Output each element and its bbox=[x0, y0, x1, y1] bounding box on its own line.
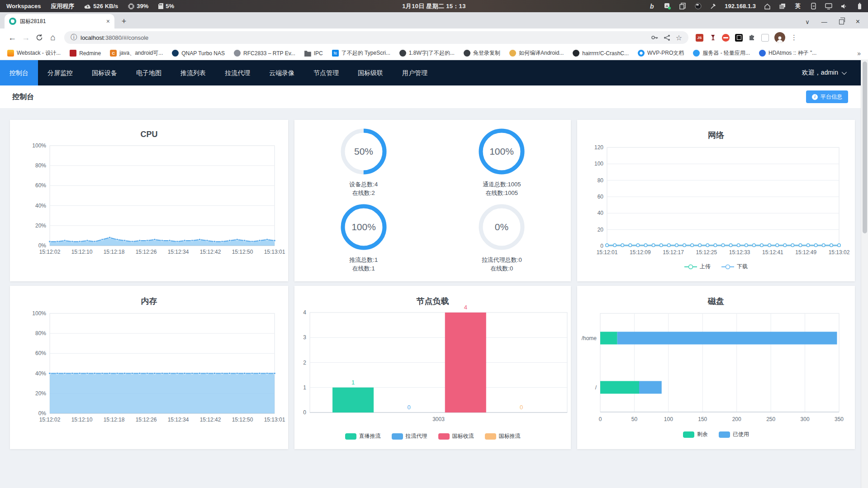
dark-sphere-icon[interactable] bbox=[694, 2, 702, 10]
clipboard-copy-icon[interactable] bbox=[678, 2, 687, 10]
zhihu-favicon-icon bbox=[332, 50, 339, 57]
svg-text:0: 0 bbox=[520, 404, 523, 411]
cpu-chart[interactable]: 0%20%40%60%80%100%15:12:0215:12:1015:12:… bbox=[10, 120, 288, 281]
legend-item[interactable]: 剩余 bbox=[683, 431, 708, 438]
nav-tab-2[interactable]: 分屏监控 bbox=[38, 60, 82, 85]
battery-icon[interactable] bbox=[855, 2, 863, 10]
browser-home-button[interactable]: ⌂ bbox=[46, 31, 60, 44]
nav-tab-9[interactable]: 国标级联 bbox=[348, 60, 393, 85]
svg-text:15:12:01: 15:12:01 bbox=[597, 249, 618, 256]
memory-chart[interactable]: 0%20%40%60%80%100%15:12:0215:12:1015:12:… bbox=[10, 286, 288, 449]
extension-wine-icon[interactable] bbox=[709, 34, 716, 42]
extension-blocker-icon[interactable] bbox=[722, 34, 730, 42]
legend-item[interactable]: 上传 bbox=[684, 263, 711, 270]
bookmark-wvp[interactable]: WVP-PRO文档 bbox=[638, 49, 684, 57]
nav-tab-1[interactable]: 控制台 bbox=[0, 60, 38, 85]
memory-card-icon bbox=[158, 3, 163, 9]
bookmark-dark-globe[interactable]: 免登录复制 bbox=[464, 49, 500, 57]
back-button[interactable]: ← bbox=[5, 31, 19, 44]
bookmark-folder[interactable]: IPC bbox=[304, 50, 323, 57]
profile-avatar[interactable] bbox=[774, 32, 785, 43]
bookmark-qnap[interactable]: QNAP Turbo NAS bbox=[172, 50, 225, 57]
nav-tab-4[interactable]: 电子地图 bbox=[127, 60, 171, 85]
bookmark-redmine[interactable]: Redmine bbox=[70, 50, 101, 57]
network-speed-indicator[interactable]: 526 KB/s bbox=[84, 3, 118, 9]
phone-sync-icon[interactable] bbox=[809, 2, 817, 10]
bookmark-person[interactable]: 如何编译Android... bbox=[509, 49, 564, 57]
reload-button[interactable] bbox=[33, 31, 46, 44]
browser-tab[interactable]: 国标28181 × bbox=[5, 14, 114, 28]
scrollbar-thumb[interactable] bbox=[863, 62, 867, 233]
download-cloud-icon bbox=[84, 4, 91, 9]
nav-tab-6[interactable]: 拉流代理 bbox=[215, 60, 260, 85]
extension-js-icon[interactable]: JS bbox=[696, 34, 703, 42]
forward-button[interactable]: → bbox=[19, 31, 33, 44]
clock[interactable]: 1月10日 星期二 15：13 bbox=[402, 2, 465, 10]
cpu-usage-indicator[interactable]: 39% bbox=[128, 3, 148, 9]
legend-item[interactable]: 国标收流 bbox=[438, 432, 474, 440]
nodeload-chart[interactable]: 0123410403003 bbox=[294, 286, 571, 449]
window-restore-button[interactable] bbox=[839, 19, 844, 24]
disk-chart[interactable]: 050100150200250300350/home/ bbox=[577, 286, 855, 449]
password-key-icon[interactable] bbox=[651, 34, 658, 41]
share-icon[interactable] bbox=[664, 34, 670, 41]
ip-address-indicator[interactable]: 192.168.1.3 bbox=[725, 3, 756, 9]
bookmark-hd[interactable]: HDAtmos :: 种子 "... bbox=[759, 49, 816, 57]
extension-blank-icon[interactable] bbox=[761, 34, 769, 42]
page-scrollbar[interactable] bbox=[861, 60, 868, 488]
extension-json-icon[interactable] bbox=[735, 34, 743, 42]
screenshot-tool-icon[interactable]: A bbox=[663, 2, 671, 10]
legend-item[interactable]: 直播推流 bbox=[345, 432, 381, 440]
browser-menu-icon[interactable]: ⋮ bbox=[791, 33, 797, 42]
network-chart[interactable]: 02040608010012015:12:0115:12:0915:12:171… bbox=[577, 120, 855, 281]
nav-tab-8[interactable]: 节点管理 bbox=[304, 60, 348, 85]
svg-text:15:12:33: 15:12:33 bbox=[729, 249, 750, 256]
net-speed-value: 526 KB/s bbox=[93, 3, 118, 9]
new-tab-button[interactable]: + bbox=[118, 15, 130, 27]
tab-favicon-icon bbox=[9, 18, 16, 25]
home-icon[interactable] bbox=[763, 2, 771, 10]
nav-tab-3[interactable]: 国标设备 bbox=[82, 60, 127, 85]
dashboard-content: CPU 0%20%40%60%80%100%15:12:0215:12:1015… bbox=[0, 108, 861, 488]
svg-text:15:12:09: 15:12:09 bbox=[630, 249, 651, 256]
legend-item[interactable]: 已使用 bbox=[719, 431, 749, 438]
bookmark-cloud[interactable]: 服务器 - 轻量应用... bbox=[693, 49, 750, 57]
svg-text:0%: 0% bbox=[495, 222, 508, 232]
tray-app-b-icon[interactable]: b bbox=[648, 2, 656, 10]
memory-usage-indicator[interactable]: 5% bbox=[158, 3, 174, 9]
bookmark-dark-globe[interactable]: 1.8W字|了不起的... bbox=[399, 49, 455, 57]
bookmark-rfc[interactable]: RFC2833 – RTP Ev... bbox=[234, 50, 295, 57]
workspaces-button[interactable]: Workspaces bbox=[6, 3, 41, 9]
bookmark-zhihu[interactable]: 了不起的 TypeScri... bbox=[332, 49, 390, 57]
display-icon[interactable] bbox=[825, 2, 833, 10]
legend-item[interactable]: 国标推流 bbox=[485, 432, 521, 440]
volume-muted-icon[interactable] bbox=[840, 2, 848, 10]
applications-button[interactable]: 应用程序 bbox=[51, 2, 74, 10]
site-info-icon[interactable]: ⓘ bbox=[71, 33, 77, 42]
bookmarks-overflow-icon[interactable]: » bbox=[857, 50, 861, 57]
bookmark-webstack[interactable]: Webstack - 设计... bbox=[7, 49, 61, 57]
svg-text:1: 1 bbox=[303, 384, 306, 391]
bookmark-github[interactable]: hairrrrr/C-CrashC... bbox=[573, 50, 629, 57]
window-close-button[interactable]: × bbox=[856, 18, 860, 26]
nav-tab-10[interactable]: 用户管理 bbox=[393, 60, 437, 85]
nav-tab-5[interactable]: 推流列表 bbox=[171, 60, 215, 85]
bookmark-c-orange[interactable]: java、android可... bbox=[110, 49, 163, 57]
tab-title: 国标28181 bbox=[20, 18, 103, 25]
legend-item[interactable]: 下载 bbox=[721, 263, 748, 270]
svg-text:0: 0 bbox=[599, 416, 602, 422]
screwdriver-tool-icon[interactable] bbox=[709, 2, 717, 10]
windows-overlap-icon[interactable] bbox=[778, 2, 787, 10]
input-method-indicator[interactable]: 英 bbox=[794, 2, 802, 10]
network-card: 网络 02040608010012015:12:0115:12:0915:12:… bbox=[577, 120, 855, 281]
extensions-puzzle-icon[interactable] bbox=[748, 33, 756, 43]
legend-item[interactable]: 拉流代理 bbox=[392, 432, 427, 440]
bookmark-star-icon[interactable]: ☆ bbox=[676, 33, 682, 42]
window-minimize-button[interactable]: — bbox=[821, 19, 827, 25]
nav-tab-7[interactable]: 云端录像 bbox=[260, 60, 304, 85]
tab-close-icon[interactable]: × bbox=[106, 18, 110, 24]
user-menu[interactable]: 欢迎，admin bbox=[802, 69, 861, 77]
url-bar[interactable]: ⓘ localhost:38080/#/console ☆ bbox=[64, 31, 688, 44]
window-menu-chevron-icon[interactable]: ∨ bbox=[805, 19, 810, 25]
platform-info-button[interactable]: i 平台信息 bbox=[806, 90, 848, 103]
